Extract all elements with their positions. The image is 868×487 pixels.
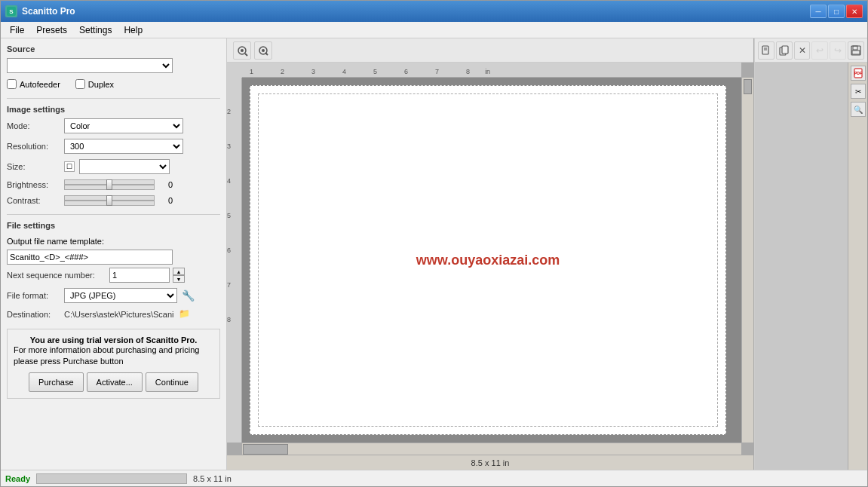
left-panel: Source Flatbed ADF Autofeeder Duplex Ima… — [1, 38, 227, 470]
center-panel: 1 2 3 4 5 6 7 8 in 2 3 4 5 6 7 — [227, 38, 754, 470]
right-sidebar-icons: PDF ✂ 🔍 — [848, 63, 867, 470]
menu-presets[interactable]: Presets — [30, 23, 73, 37]
contrast-slider-container: 0 — [64, 195, 173, 206]
scrollbar-v-track — [744, 79, 752, 94]
size-lock-checkbox[interactable]: ☐ — [64, 161, 75, 172]
save-icon — [851, 45, 861, 56]
format-settings-button[interactable]: 🔧 — [180, 288, 195, 303]
menu-help[interactable]: Help — [118, 23, 149, 37]
menu-file[interactable]: File — [4, 23, 30, 37]
maximize-button[interactable]: □ — [828, 5, 845, 18]
page-size-status: 8.5 x 11 in — [230, 458, 750, 467]
svg-point-6 — [262, 49, 265, 52]
scrollbar-h-track — [243, 444, 288, 455]
redo-icon: ↪ — [834, 45, 842, 56]
pdf-icon: PDF — [854, 68, 863, 78]
copy-button[interactable] — [776, 41, 793, 60]
contrast-row: Contrast: 0 — [7, 195, 220, 206]
ruler-corner — [227, 63, 242, 78]
new-doc-button[interactable] — [758, 41, 774, 60]
vertical-scrollbar[interactable] — [741, 78, 753, 443]
resolution-row: Resolution: 75 150 200 300 600 1200 — [7, 139, 220, 154]
mode-row: Mode: Color Grayscale Black & White — [7, 118, 220, 133]
file-settings-label: File settings — [7, 221, 220, 230]
status-ready-text: Ready — [5, 474, 30, 483]
undo-icon: ↩ — [816, 45, 824, 56]
close-button[interactable]: ✕ — [846, 5, 863, 18]
zoom-icon-button[interactable]: 🔍 — [851, 102, 866, 117]
scan-page-inner: www.ouyaoxiazai.com — [258, 93, 718, 427]
contrast-value: 0 — [158, 196, 173, 205]
scan-status-bar: 8.5 x 11 in — [227, 455, 753, 470]
mode-dropdown[interactable]: Color Grayscale Black & White — [64, 118, 183, 133]
svg-rect-15 — [852, 51, 860, 54]
duplex-label[interactable]: Duplex — [75, 79, 114, 89]
undo-button[interactable]: ↩ — [811, 41, 828, 60]
output-template-input[interactable]: Scanitto_<D>_<###> — [7, 250, 173, 265]
right-toolbar: ✕ ↩ ↪ — [755, 38, 867, 63]
svg-text:PDF: PDF — [854, 71, 862, 75]
main-area: Source Flatbed ADF Autofeeder Duplex Ima… — [1, 38, 867, 470]
contrast-label: Contrast: — [7, 196, 60, 205]
scan-button[interactable] — [233, 41, 251, 60]
source-section-label: Source — [7, 44, 220, 54]
menubar: File Presets Settings Help — [1, 22, 867, 38]
save-button[interactable] — [848, 41, 864, 60]
brightness-value: 0 — [158, 180, 173, 189]
image-settings-label: Image settings — [7, 105, 220, 114]
format-dropdown[interactable]: JPG (JPEG) PNG TIFF BMP PDF — [64, 288, 177, 303]
scan-page: www.ouyaoxiazai.com — [250, 85, 726, 435]
brightness-slider[interactable] — [64, 179, 155, 190]
size-dropdown[interactable]: A4 Letter — [79, 159, 170, 174]
scissors-icon: ✂ — [855, 87, 861, 96]
title-bar: S Scanitto Pro ─ □ ✕ — [1, 1, 867, 22]
new-doc-icon — [761, 45, 771, 56]
contrast-slider[interactable] — [64, 195, 155, 206]
source-dropdown[interactable]: Flatbed ADF — [7, 58, 173, 73]
seq-up-button[interactable]: ▲ — [173, 268, 185, 275]
divider-1 — [7, 98, 220, 99]
resolution-label: Resolution: — [7, 142, 60, 151]
scan-preview-area[interactable]: 1 2 3 4 5 6 7 8 in 2 3 4 5 6 7 — [227, 63, 753, 455]
horizontal-scrollbar[interactable] — [242, 443, 741, 455]
format-label: File format: — [7, 291, 60, 300]
autofeeder-checkbox[interactable] — [7, 79, 17, 89]
svg-line-7 — [265, 53, 268, 55]
destination-folder-button[interactable]: 📁 — [179, 308, 191, 320]
resolution-dropdown[interactable]: 75 150 200 300 600 1200 — [64, 139, 183, 154]
copy-icon — [779, 45, 790, 56]
app-icon: S — [5, 5, 17, 17]
window-title: Scanitto Pro — [22, 6, 75, 17]
preview-icon — [257, 44, 269, 57]
redo-button[interactable]: ↪ — [830, 41, 846, 60]
right-panel: ✕ ↩ ↪ — [754, 38, 867, 470]
delete-button[interactable]: ✕ — [794, 41, 811, 60]
seq-input[interactable]: 1 — [109, 268, 170, 283]
seq-down-button[interactable]: ▼ — [173, 275, 185, 283]
pdf-icon-button[interactable]: PDF — [851, 66, 866, 81]
preview-button[interactable] — [254, 41, 272, 60]
zoom-icon: 🔍 — [854, 106, 863, 114]
duplex-checkbox[interactable] — [75, 79, 85, 89]
brightness-row: Brightness: 0 — [7, 179, 220, 190]
seq-spinner: ▲ ▼ — [173, 268, 185, 283]
divider-2 — [7, 214, 220, 215]
output-template-label-row: Output file name template: — [7, 236, 220, 247]
svg-text:S: S — [9, 8, 14, 15]
mode-label: Mode: — [7, 121, 60, 130]
continue-button[interactable]: Continue — [146, 372, 198, 392]
seq-label: Next sequence number: — [7, 271, 105, 280]
destination-label: Destination: — [7, 310, 60, 319]
minimize-button[interactable]: ─ — [810, 5, 827, 18]
status-size-text: 8.5 x 11 in — [193, 474, 232, 483]
watermark: www.ouyaoxiazai.com — [416, 253, 560, 268]
trial-bold-text: You are using trial version of Scanitto … — [14, 335, 213, 345]
status-bar: Ready 8.5 x 11 in — [1, 470, 867, 486]
autofeeder-label[interactable]: Autofeeder — [7, 79, 60, 89]
scissors-icon-button[interactable]: ✂ — [851, 84, 866, 99]
purchase-button[interactable]: Purchase — [29, 372, 83, 392]
delete-icon: ✕ — [799, 45, 806, 56]
activate-button[interactable]: Activate... — [87, 372, 143, 392]
title-bar-controls: ─ □ ✕ — [810, 5, 863, 18]
menu-settings[interactable]: Settings — [73, 23, 118, 37]
